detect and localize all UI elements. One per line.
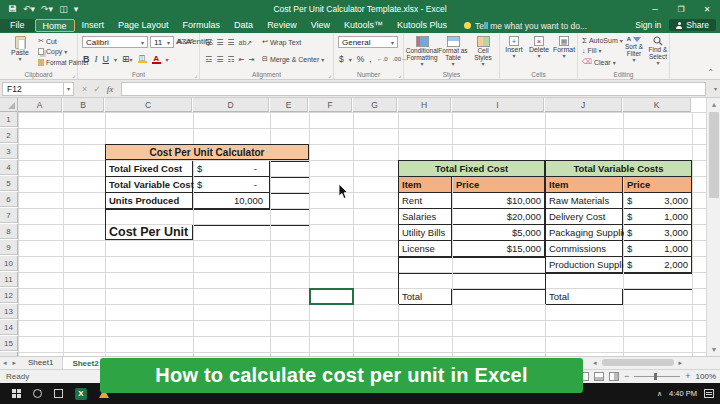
formula-bar-expand-icon[interactable]: ▾ [714, 85, 717, 92]
minimize-button[interactable]: ─ [642, 0, 668, 18]
clipboard-dialog-launcher[interactable]: ⌟ [72, 71, 75, 78]
cell-commissions[interactable]: Commissions [546, 241, 623, 257]
comma-style-button[interactable]: , [369, 54, 371, 64]
scroll-up-icon[interactable]: ▲ [707, 98, 720, 111]
conditional-formatting-button[interactable]: Conditional Formatting ▾ [406, 36, 438, 68]
cell-variable-total-label[interactable]: Total [546, 289, 623, 305]
borders-button[interactable]: ⊞▾ [122, 54, 133, 64]
cell-empty[interactable] [453, 257, 545, 258]
worksheet-grid[interactable]: ABCDEFGHIJK12345678910111213141516 Cost … [0, 98, 720, 356]
align-right-icon[interactable]: ☶ [227, 55, 234, 64]
column-header-J[interactable]: J [545, 98, 622, 112]
align-top-icon[interactable]: ☰ [205, 38, 212, 47]
ribbon-tab-home[interactable]: Home [35, 19, 75, 32]
cell-delivery-cost-price[interactable]: $1,000 [624, 209, 692, 225]
select-all-corner[interactable] [0, 98, 18, 112]
cell-delivery-cost[interactable]: Delivery Cost [546, 209, 623, 225]
ribbon-tab-view[interactable]: View [304, 19, 337, 32]
font-size-select[interactable]: 11▾ [150, 36, 174, 48]
percent-style-button[interactable]: % [357, 54, 365, 64]
cell-units-produced-label[interactable]: Units Produced [106, 193, 193, 209]
font-dialog-launcher[interactable]: ⌟ [194, 71, 197, 78]
vertical-scrollbar-thumb[interactable] [709, 112, 719, 198]
cell-empty[interactable] [399, 273, 452, 274]
column-header-H[interactable]: H [398, 98, 451, 112]
variable-item-header[interactable]: Item [546, 177, 623, 193]
font-resize-buttons[interactable]: Aˆ Aˇ [176, 37, 194, 46]
name-box-dropdown-icon[interactable]: ▾ [64, 82, 74, 96]
insert-cells-button[interactable]: + Insert ▾ [502, 36, 526, 60]
zoom-slider[interactable] [634, 376, 680, 377]
row-header-15[interactable]: 15 [0, 336, 18, 351]
row-header-9[interactable]: 9 [0, 240, 18, 255]
collapse-ribbon-button[interactable]: ⌃ [707, 68, 714, 77]
fixed-price-header[interactable]: Price [453, 177, 545, 193]
delete-cells-button[interactable]: × Delete ▾ [527, 36, 551, 60]
column-header-G[interactable]: G [353, 98, 397, 112]
row-header-10[interactable]: 10 [0, 256, 18, 271]
column-header-K[interactable]: K [623, 98, 691, 112]
row-header-6[interactable]: 6 [0, 192, 18, 207]
number-dialog-launcher[interactable]: ⌟ [398, 71, 401, 78]
row-header-14[interactable]: 14 [0, 320, 18, 335]
cell-production-supplies-price[interactable]: $2,000 [624, 257, 692, 273]
ribbon-tab-kutools-plus[interactable]: Kutools Plus [390, 19, 454, 32]
fill-button[interactable]: ↓ Fill▾ [582, 47, 601, 54]
cell-empty[interactable] [271, 225, 309, 226]
cortana-icon[interactable] [33, 389, 42, 398]
cell-cost-per-unit-result[interactable] [194, 225, 270, 226]
cell-empty[interactable] [399, 257, 452, 258]
cell-packaging-supplies-price[interactable]: $3,000 [624, 225, 692, 241]
start-button-icon[interactable] [12, 389, 21, 398]
page-break-view-icon[interactable] [609, 372, 619, 381]
row-header-12[interactable]: 12 [0, 288, 18, 303]
confirm-entry-icon[interactable]: ✓ [93, 84, 101, 94]
ribbon-tab-data[interactable]: Data [227, 19, 260, 32]
cell-empty[interactable] [624, 273, 692, 274]
increase-decimal-icon[interactable]: ←.0 [377, 56, 388, 62]
fill-color-button[interactable]: ◫ [138, 55, 147, 63]
tray-expand-icon[interactable]: ∧ [657, 390, 662, 398]
cut-button[interactable]: ✂Cut [38, 37, 57, 45]
calculator-title-cell[interactable]: Cost Per Unit Calculator [106, 145, 309, 160]
cell-rent[interactable]: Rent [399, 193, 452, 209]
excel-taskbar-icon[interactable]: X [75, 388, 87, 400]
font-family-select[interactable]: Calibri▾ [82, 36, 148, 48]
cell-empty[interactable] [194, 209, 270, 210]
copy-button[interactable]: Copy▾ [38, 48, 67, 55]
sheet-nav-left-icon[interactable]: ◂ [0, 357, 10, 369]
cell-empty[interactable] [453, 273, 545, 274]
scroll-down-icon[interactable]: ▼ [707, 343, 720, 356]
cell-units-produced-value[interactable]: 10,000 [194, 193, 270, 209]
cell-salaries-price[interactable]: $20,000 [453, 209, 545, 225]
selected-cell-F12[interactable] [309, 288, 354, 305]
vertical-scrollbar[interactable]: ▲ ▼ [706, 98, 720, 356]
column-header-D[interactable]: D [193, 98, 269, 112]
cell-rent-price[interactable]: $10,000 [453, 193, 545, 209]
zoom-in-icon[interactable]: + [685, 371, 690, 381]
ribbon-tab-formulas[interactable]: Formulas [176, 19, 228, 32]
cell-total-fixed-cost-value[interactable]: $- [194, 161, 270, 177]
formula-input[interactable] [121, 82, 706, 96]
row-header-3[interactable]: 3 [0, 144, 18, 159]
cell-empty[interactable] [106, 209, 193, 210]
ribbon-tab-file[interactable]: File [0, 19, 35, 32]
clear-button[interactable]: ⌫ Clear▾ [582, 58, 616, 66]
row-header-11[interactable]: 11 [0, 272, 18, 287]
bold-button[interactable]: B [83, 54, 90, 64]
cell-production-supplies[interactable]: Production Supplies [546, 257, 623, 273]
row-header-4[interactable]: 4 [0, 160, 18, 175]
cell-empty[interactable] [271, 193, 309, 194]
fixed-item-header[interactable]: Item [399, 177, 452, 193]
increase-indent-icon[interactable]: ⇥ [248, 56, 254, 64]
format-cells-button[interactable]: ▦ Format ▾ [552, 36, 576, 60]
row-header-1[interactable]: 1 [0, 112, 18, 127]
horizontal-scrollbar-thumb[interactable] [602, 359, 674, 366]
align-middle-icon[interactable]: ☰ [216, 38, 223, 47]
cell-empty[interactable] [271, 177, 309, 178]
cell-commissions-price[interactable]: $1,000 [624, 241, 692, 257]
task-view-icon[interactable] [54, 389, 63, 398]
zoom-level[interactable]: 100% [696, 372, 716, 381]
sheet-nav-right-icon[interactable]: ▸ [10, 357, 20, 369]
cell-raw-materials-price[interactable]: $3,000 [624, 193, 692, 209]
